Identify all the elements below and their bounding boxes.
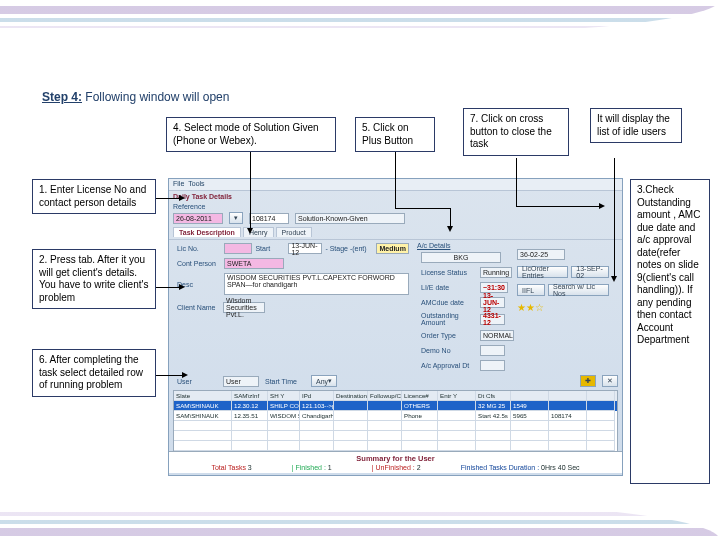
callout-cross: 7. Click on cross button to close the ta… [463,108,569,156]
contact-input[interactable]: SWETA [224,258,284,269]
grid-user: User [223,376,259,387]
callout-detailed: 6. After completing the task select deta… [32,349,156,397]
step-text: Following window will open [85,90,229,104]
callout-tab: 2. Press tab. After it you will get clie… [32,249,156,309]
tab-task-description[interactable]: Task Description [173,227,241,237]
date-field[interactable]: 26-08-2011 [173,213,223,224]
client-name-label: Client Name [177,304,217,311]
grid-row-empty [174,441,617,451]
ac-details-label: A/c Details [417,242,509,249]
licdate-label: LI/E date [421,284,477,291]
out-label: Outstanding Amount [421,312,477,326]
tab-henry[interactable]: Henry [243,227,274,237]
grid-start-label: Start Time [265,378,305,385]
page-heading: Step 4: Following window will open [42,90,229,104]
date-dropdown[interactable]: ▾ [229,212,243,224]
grid-user-label: User [177,378,217,385]
contact-label: Cont Person [177,260,221,267]
desc-label: Desc [177,281,221,288]
callout-right: 3.Check Outstanding amount , AMC due dat… [630,179,710,484]
menu-file[interactable]: File [173,180,184,189]
tab-product[interactable]: Product [276,227,312,237]
ordertype-label: Order Type [421,332,477,339]
callout-license: 1. Enter License No and contact person d… [32,179,156,214]
menu-tools[interactable]: Tools [188,180,204,189]
search-lic-button[interactable]: Search w/ Lic Nos [548,284,609,296]
app-window: File Tools Daily Task Details Reference … [168,178,623,476]
stage-label: - Stage -(ent) [325,245,373,252]
out-field: 4331-12 [480,314,505,325]
step-label: Step 4: [42,90,82,104]
licstatus-field: Running [480,267,512,278]
summary-panel: Summary for the User Total Tasks 3 | Fin… [169,451,622,473]
grid-row-selected[interactable]: SAM\SHINAUK 12.30.12 SHILP COMPUTERS 121… [174,401,617,411]
ordertype-field: NORMAL [480,330,514,341]
total-tasks-value: 3 [248,464,252,471]
any-dropdown[interactable]: Any ▾ [311,375,337,387]
approval-field [480,360,505,371]
licstatus-label: License Status [421,269,477,276]
count-display: 13-SEP-02 [571,266,609,278]
approval-label: A/c Approval Dt [421,362,477,369]
ref-id-field[interactable]: 108174 [249,213,289,224]
start-label: Start [255,245,285,252]
total-tasks-label: Total Tasks [211,464,246,471]
section-title: Daily Task Details [169,191,622,202]
grid-row-empty [174,431,617,441]
unfinished-value: 2 [417,464,421,471]
demono-label: Demo No [421,347,477,354]
decorative-bottom-stripe [0,500,720,540]
ref-label: Reference [173,203,217,210]
finished-value: 1 [328,464,332,471]
bkg-field: BKG [421,252,501,263]
unfinished-label: | UnFinished : [372,464,415,471]
start-input[interactable]: 13-JUN-12 [288,243,322,254]
vendor-field: Solution-Known-Given [295,213,405,224]
amc-field: 13-JUN-12 [480,297,505,308]
demono-field [480,345,505,356]
close-button[interactable]: ✕ [602,375,618,387]
tabs: Task Description Henry Product [169,225,622,240]
plus-button[interactable]: ✚ [580,375,596,387]
callout-plus: 5. Click on Plus Button [355,117,435,152]
summary-title: Summary for the User [175,454,616,463]
stage-input[interactable]: Medium [376,243,409,254]
grid-row-empty [174,421,617,431]
amc-label: AMCdue date [421,299,477,306]
grid-header: Slate SAM\zInf SH Y IPd Destination Foll… [174,391,617,401]
callout-idle: It will display the list of idle users [590,108,682,143]
menubar: File Tools [169,179,622,191]
extra1: 36-02-25 [517,249,565,260]
finished-label: | Finished : [292,464,326,471]
licno-label: Lic No. [177,245,221,252]
callout-select-mode: 4. Select mode of Solution Given (Phone … [166,117,336,152]
rating-stars: ★★☆ [517,302,544,313]
licno-input[interactable] [224,243,252,254]
decorative-top-stripe [0,0,720,36]
iifl-button[interactable]: IIFL [517,284,545,296]
grid-row[interactable]: SAM\SHINAUK 12.35.51 WISDOM SECURITIES P… [174,411,617,421]
duration-label: Finished Tasks Duration : [461,464,539,471]
lic-order-entries-button[interactable]: LicOrder Entries [517,266,568,278]
duration-value: 0Hrs 40 Sec [541,464,580,471]
user-display: Wisdom Securities Pvt.L. [223,302,265,313]
desc-input[interactable]: WISDOM SECURITIES PVT.L.CAPEXTC FORWORD … [224,273,409,295]
